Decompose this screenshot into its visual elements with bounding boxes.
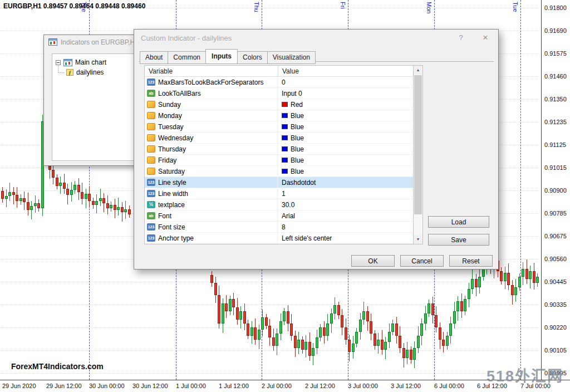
column-header-variable[interactable]: Variable [145, 66, 278, 76]
candle-down [247, 324, 249, 336]
time-label: 1 Jul 12:00 [219, 383, 249, 389]
candle-down [77, 185, 80, 192]
param-name: Tuesday [158, 121, 278, 132]
custom-indicator-titlebar[interactable]: Custom Indicator - dailylines ? ✕ [134, 30, 498, 46]
candle-up [283, 311, 286, 321]
tab-inputs[interactable]: Inputs [205, 49, 238, 64]
param-name: Line width [158, 188, 278, 199]
int-type-icon: 123 [147, 190, 155, 197]
candle-up [417, 336, 420, 348]
candle-down [345, 327, 347, 340]
help-button[interactable]: ? [456, 33, 466, 42]
candle-up [446, 336, 449, 346]
tab-common[interactable]: Common [168, 51, 206, 64]
candle-up [319, 327, 322, 337]
candle-up [239, 311, 242, 320]
param-value: 30.0 [278, 201, 413, 209]
candle-up [59, 183, 62, 185]
column-header-value[interactable]: Value [278, 66, 413, 76]
load-button[interactable]: Load [428, 216, 489, 228]
param-value-text: Dashdotdot [282, 179, 316, 187]
price-label: 0.91690 [544, 27, 567, 34]
color-type-icon [147, 156, 155, 164]
tab-about[interactable]: About [140, 51, 168, 64]
param-value-text: Left side's center [282, 234, 332, 242]
h-gridline [0, 282, 540, 282]
candle-up [250, 327, 253, 336]
candle-wick [100, 189, 101, 206]
candle-down [301, 340, 304, 350]
scrollbar-thumb[interactable] [414, 75, 422, 214]
param-value: Blue [278, 112, 413, 120]
indicators-dialog-title: Indicators on EURGBP,H1 [61, 38, 139, 46]
candle-up [388, 332, 391, 342]
color-type-icon [147, 145, 155, 153]
candle-down [337, 305, 340, 315]
param-row-wednesday[interactable]: WednesdayBlue [145, 133, 413, 144]
param-row-textplace[interactable]: ½textplace30.0 [145, 199, 413, 210]
param-row-tuesday[interactable]: TuesdayBlue [145, 121, 413, 133]
ok-button[interactable]: OK [351, 255, 395, 267]
reset-button[interactable]: Reset [449, 255, 493, 267]
candle-up [529, 271, 532, 280]
indicator-fx-icon: ƒ [66, 69, 73, 76]
param-row-thursday[interactable]: ThursdayBlue [145, 144, 413, 155]
candle-down [52, 170, 55, 178]
candle-down [435, 315, 438, 327]
candle-up [261, 317, 264, 330]
candle-wick [118, 198, 119, 215]
candle-down [374, 334, 376, 346]
param-row-monday[interactable]: MondayBlue [145, 110, 413, 121]
cancel-button[interactable]: Cancel [400, 255, 444, 267]
candle-down [500, 271, 503, 281]
candle-up [222, 303, 224, 324]
candle-down [225, 303, 228, 312]
candle-down [410, 350, 412, 360]
param-row-friday[interactable]: FridayBlue [145, 155, 413, 166]
param-row-line-style[interactable]: 123Line styleDashdotdot [145, 177, 413, 188]
time-label: 1 Jul 00:00 [176, 383, 206, 389]
param-row-font[interactable]: abFontArial [145, 210, 413, 222]
tab-colors[interactable]: Colors [237, 51, 268, 64]
param-row-font-size[interactable]: 123Font size8 [145, 222, 413, 233]
candle-up [330, 313, 333, 324]
param-name: Thursday [158, 144, 278, 154]
candle-up [352, 344, 355, 352]
color-swatch [282, 135, 288, 140]
candle-down [210, 275, 213, 283]
param-row-saturday[interactable]: SaturdayBlue [145, 166, 413, 177]
tab-visualization[interactable]: Visualization [267, 51, 316, 64]
scrollbar-down-icon[interactable]: ▼ [414, 235, 422, 244]
param-name: Line style [158, 177, 278, 188]
candle-wick [13, 187, 14, 204]
param-row-looktoallbars[interactable]: abLookToAllBarsInput 0 [145, 88, 413, 99]
candle-up [456, 301, 459, 311]
candle-down [243, 311, 246, 324]
candle-up [110, 205, 112, 208]
time-axis[interactable]: 29 Jun 202029 Jun 12:0030 Jun 00:0030 Ju… [0, 380, 570, 392]
candle-down [268, 326, 271, 338]
param-row-line-width[interactable]: 123Line width1 [145, 188, 413, 199]
scrollbar-up-icon[interactable]: ▲ [414, 66, 422, 75]
table-scrollbar[interactable]: ▲ ▼ [414, 65, 423, 244]
candle-up [73, 185, 76, 190]
param-row-sunday[interactable]: SundayRed [145, 99, 413, 110]
price-axis[interactable]: 0.918000.916900.915750.914600.913500.912… [541, 0, 570, 380]
chart-window-icon [63, 59, 72, 66]
candle-down [366, 311, 369, 321]
candle-up [478, 277, 481, 287]
save-button[interactable]: Save [428, 234, 489, 246]
close-icon[interactable]: ✕ [480, 33, 490, 42]
param-row-maxbarstolookbackforseparators[interactable]: 123MaxBarsToLookBackForSeparators0 [145, 77, 413, 88]
param-value-text: Blue [291, 134, 304, 142]
candle-down [511, 285, 514, 295]
day-separator-line [520, 0, 521, 380]
candle-up [522, 269, 524, 277]
param-value: Blue [278, 145, 413, 153]
param-row-anchor-type[interactable]: 123Anchor typeLeft side's center [145, 233, 413, 244]
candle-up [8, 192, 11, 196]
time-label: 2 Jul 12:00 [305, 383, 335, 389]
color-swatch [282, 102, 288, 107]
param-value-text: 30.0 [282, 201, 294, 209]
candle-down [290, 324, 293, 336]
